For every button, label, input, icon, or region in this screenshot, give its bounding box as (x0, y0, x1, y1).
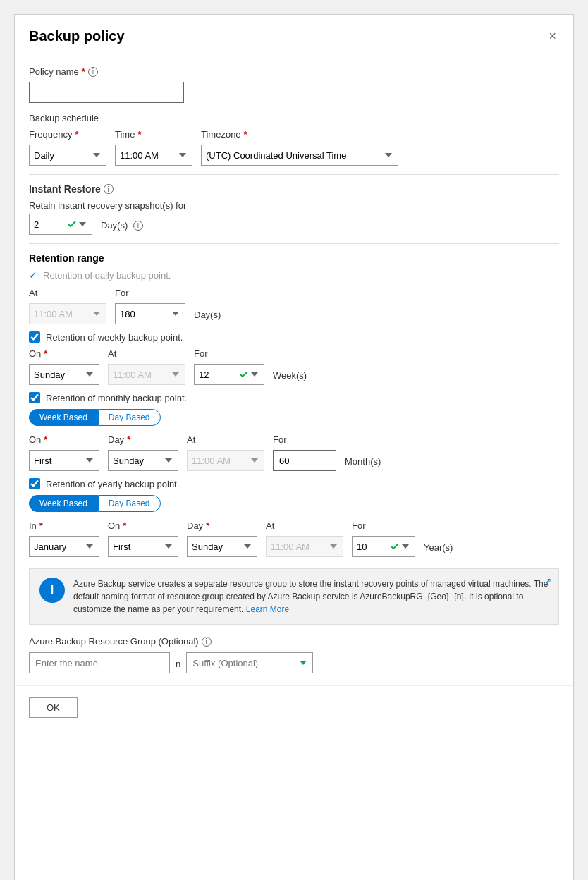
yearly-day-field: Day * Sunday Monday (187, 520, 257, 557)
panel-title: Backup policy (29, 28, 125, 44)
instant-restore-row: 2 1 3 4 5 Day(s) i (29, 214, 559, 235)
instant-restore-section: Instant Restore i Retain instant recover… (29, 183, 559, 235)
yearly-in-field: In * January February (29, 520, 99, 557)
weekly-at-select[interactable]: 11:00 AM (108, 364, 185, 385)
daily-check-icon: ✓ (29, 269, 37, 281)
panel-footer: OK (15, 685, 573, 729)
monthly-for-field: For (273, 434, 336, 471)
policy-name-label: Policy name * i (29, 66, 559, 77)
monthly-for-input[interactable] (273, 450, 336, 471)
daily-at-field: At 11:00 AM (29, 288, 106, 324)
frequency-select[interactable]: Daily Weekly (29, 145, 106, 166)
info-box: i Azure Backup service creates a separat… (29, 568, 559, 625)
yearly-fields-row: In * January February On * First (29, 520, 559, 557)
daily-fields-row: At 11:00 AM For 180 Day(s) (29, 288, 559, 324)
monthly-toggle-group: Week Based Day Based (29, 409, 559, 426)
suffix-input[interactable] (186, 652, 313, 673)
weekly-checkbox[interactable] (29, 331, 40, 343)
resource-group-row: n (29, 652, 559, 673)
policy-name-info-icon[interactable]: i (88, 67, 98, 77)
monthly-on-field: On * First Second Third Last (29, 434, 99, 471)
daily-at-label: At (29, 288, 106, 298)
backup-schedule-row: Frequency * Daily Weekly Time * 11:00 AM (29, 129, 559, 166)
yearly-week-based-btn[interactable]: Week Based (29, 495, 98, 512)
monthly-at-field: At 11:00 AM (187, 434, 264, 471)
retain-days-select[interactable]: 2 1 3 4 5 (29, 214, 92, 235)
monthly-checkbox[interactable] (29, 392, 40, 403)
yearly-at-label: At (266, 520, 343, 531)
weekly-checkbox-label: Retention of weekly backup point. (46, 332, 183, 343)
weekly-unit: Week(s) (273, 370, 307, 385)
weekly-on-label: On * (29, 348, 99, 359)
backup-policy-panel: Backup policy × Policy name * i Backup s… (14, 14, 574, 880)
weekly-at-label: At (108, 348, 185, 359)
yearly-day-select[interactable]: Sunday Monday (187, 536, 257, 557)
monthly-fields-row: On * First Second Third Last Day * (29, 434, 559, 471)
timezone-field: Timezone * (UTC) Coordinated Universal T… (201, 129, 398, 166)
policy-name-field: Policy name * i (29, 66, 559, 103)
monthly-on-label: On * (29, 434, 99, 445)
panel-header: Backup policy × (15, 15, 573, 55)
yearly-day-based-btn[interactable]: Day Based (98, 495, 161, 512)
monthly-checkbox-label: Retention of monthly backup point. (46, 393, 187, 403)
yearly-on-select[interactable]: First Second (108, 536, 178, 557)
yearly-in-label: In * (29, 520, 99, 531)
yearly-in-select[interactable]: January February (29, 536, 99, 557)
yearly-at-select[interactable]: 11:00 AM (266, 536, 343, 557)
yearly-checkbox-row: Retention of yearly backup point. (29, 478, 559, 489)
daily-for-select[interactable]: 180 (115, 303, 185, 324)
weekly-for-select[interactable]: 12 (194, 364, 264, 385)
ok-button[interactable]: OK (29, 697, 78, 718)
resource-group-name-input[interactable] (29, 652, 170, 673)
weekly-at-field: At 11:00 AM (108, 348, 185, 385)
yearly-for-select[interactable]: 10 (352, 536, 415, 557)
monthly-at-select[interactable]: 11:00 AM (187, 450, 264, 471)
monthly-day-field: Day * Sunday Monday (108, 434, 178, 471)
daily-unit: Day(s) (194, 310, 221, 324)
resource-group-info-icon[interactable]: i (202, 637, 212, 647)
yearly-for-field: For 10 (352, 520, 415, 557)
monthly-day-based-btn[interactable]: Day Based (98, 409, 161, 426)
required-star: * (82, 66, 85, 77)
instant-restore-info-icon[interactable]: i (104, 184, 114, 194)
close-button[interactable]: × (546, 26, 559, 47)
monthly-at-label: At (187, 434, 264, 445)
resource-group-section: Azure Backup Resource Group (Optional) i… (29, 636, 559, 673)
monthly-on-select[interactable]: First Second Third Last (29, 450, 99, 471)
yearly-toggle-group: Week Based Day Based (29, 495, 559, 512)
time-field: Time * 11:00 AM 12:00 PM (115, 129, 192, 166)
yearly-day-label: Day * (187, 520, 257, 531)
timezone-label: Timezone * (201, 129, 398, 140)
learn-more-link[interactable]: Learn More (246, 604, 289, 614)
time-select[interactable]: 11:00 AM 12:00 PM (115, 145, 192, 166)
yearly-checkbox[interactable] (29, 478, 40, 489)
instant-restore-title: Instant Restore i (29, 183, 559, 195)
timezone-select[interactable]: (UTC) Coordinated Universal Time (201, 145, 398, 166)
frequency-field: Frequency * Daily Weekly (29, 129, 106, 166)
monthly-week-based-btn[interactable]: Week Based (29, 409, 98, 426)
yearly-for-label: For (352, 520, 415, 531)
retain-days-info-icon[interactable]: i (133, 221, 143, 231)
info-box-text: Azure Backup service creates a separate … (73, 578, 549, 616)
time-label: Time * (115, 129, 192, 140)
yearly-at-field: At 11:00 AM (266, 520, 343, 557)
weekly-on-select[interactable]: Sunday Monday (29, 364, 99, 385)
weekly-on-field: On * Sunday Monday (29, 348, 99, 385)
daily-for-field: For 180 (115, 288, 185, 324)
weekly-for-field: For 12 (194, 348, 264, 385)
weekly-for-label: For (194, 348, 264, 359)
resource-group-label: Azure Backup Resource Group (Optional) i (29, 636, 559, 647)
retain-label: Retain instant recovery snapshot(s) for (29, 200, 559, 211)
daily-at-select[interactable]: 11:00 AM (29, 303, 106, 324)
backup-schedule-section: Backup schedule Frequency * Daily Weekly… (29, 113, 559, 166)
rg-separator: n (176, 659, 180, 673)
monthly-unit: Month(s) (345, 456, 381, 471)
external-link-icon: ↗ (544, 576, 551, 586)
policy-name-input[interactable] (29, 82, 184, 103)
monthly-checkbox-row: Retention of monthly backup point. (29, 392, 559, 403)
monthly-day-select[interactable]: Sunday Monday (108, 450, 178, 471)
yearly-checkbox-label: Retention of yearly backup point. (46, 479, 179, 489)
frequency-label: Frequency * (29, 129, 106, 140)
daily-retention-row: ✓ Retention of daily backup point. (29, 269, 559, 281)
yearly-on-label: On * (108, 520, 178, 531)
